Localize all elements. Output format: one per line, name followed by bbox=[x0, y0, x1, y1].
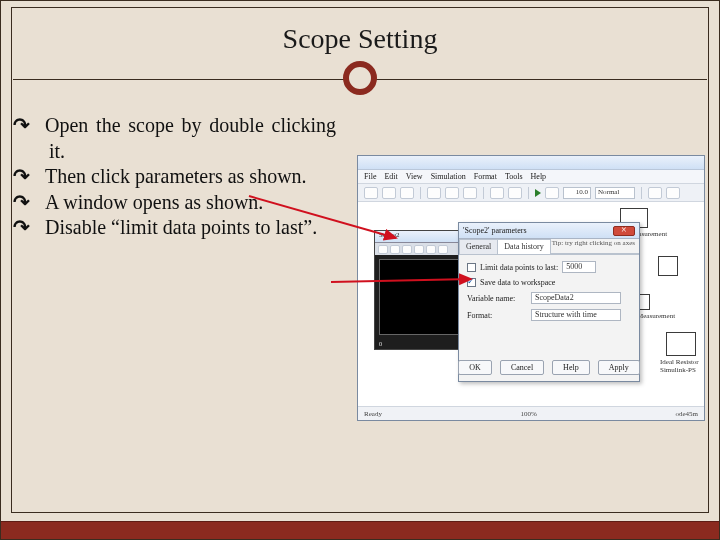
format-combo[interactable]: Structure with time bbox=[531, 309, 621, 321]
bullet-item: ↷Then click parameters as shown. bbox=[31, 164, 336, 190]
window-titlebar bbox=[358, 156, 704, 170]
cancel-button[interactable]: Cancel bbox=[500, 360, 544, 375]
dialog-title-text: 'Scope2' parameters bbox=[463, 226, 527, 235]
footer-accent bbox=[1, 521, 719, 539]
zoom-x-icon[interactable] bbox=[414, 245, 424, 254]
cut-icon[interactable] bbox=[427, 187, 441, 199]
bullet-item: ↷Disable “limit data points to last”. bbox=[31, 215, 336, 241]
menubar: File Edit View Simulation Format Tools H… bbox=[358, 170, 704, 184]
scope-title: Scope2 bbox=[375, 231, 465, 243]
bullet-item: ↷Open the scope by double clicking it. bbox=[31, 113, 336, 164]
dialog-buttons: OK Cancel Help Apply bbox=[459, 360, 639, 375]
zoom-icon[interactable] bbox=[402, 245, 412, 254]
separator bbox=[528, 187, 529, 199]
model-canvas[interactable]: Voltage Measurement Branch1 Voltage Meas… bbox=[358, 202, 704, 406]
separator bbox=[483, 187, 484, 199]
slide: Scope Setting ↷Open the scope by double … bbox=[0, 0, 720, 540]
limit-data-label: Limit data points to last: bbox=[480, 263, 558, 272]
dialog-tabs: General Data history Tip: try right clic… bbox=[459, 239, 639, 255]
lib-icon[interactable] bbox=[648, 187, 662, 199]
bullet-icon: ↷ bbox=[31, 215, 45, 241]
scope-parameters-dialog: 'Scope2' parameters General Data history… bbox=[458, 222, 640, 382]
dialog-tip: Tip: try right clicking on axes bbox=[550, 239, 639, 254]
limit-data-checkbox[interactable] bbox=[467, 263, 476, 272]
menu-item[interactable]: File bbox=[364, 172, 376, 181]
variable-name-label: Variable name: bbox=[467, 294, 527, 303]
stop-time-field[interactable]: 10.0 bbox=[563, 187, 591, 199]
menu-item[interactable]: Help bbox=[531, 172, 547, 181]
print-icon[interactable] bbox=[378, 245, 388, 254]
simulink-window: File Edit View Simulation Format Tools H… bbox=[357, 155, 705, 421]
scope-axes bbox=[379, 259, 461, 335]
ring-ornament-icon bbox=[343, 61, 377, 95]
save-workspace-checkbox[interactable] bbox=[467, 278, 476, 287]
apply-button[interactable]: Apply bbox=[598, 360, 640, 375]
menu-item[interactable]: Format bbox=[474, 172, 497, 181]
save-icon[interactable] bbox=[400, 187, 414, 199]
scope-block[interactable] bbox=[658, 256, 678, 276]
parameters-icon[interactable] bbox=[390, 245, 400, 254]
scope-window[interactable]: Scope2 0 bbox=[374, 230, 466, 350]
model-expl-icon[interactable] bbox=[666, 187, 680, 199]
format-label: Format: bbox=[467, 311, 527, 320]
menu-item[interactable]: Tools bbox=[505, 172, 523, 181]
bullet-item: ↷A window opens as shown. bbox=[31, 190, 336, 216]
bullet-icon: ↷ bbox=[31, 190, 45, 216]
bullet-list: ↷Open the scope by double clicking it. ↷… bbox=[31, 113, 336, 241]
status-solver: ode45m bbox=[675, 410, 698, 418]
scope-axis-label: 0 bbox=[379, 341, 382, 347]
paste-icon[interactable] bbox=[463, 187, 477, 199]
zoom-y-icon[interactable] bbox=[426, 245, 436, 254]
status-progress: 100% bbox=[520, 410, 536, 418]
limit-data-field[interactable]: 5000 bbox=[562, 261, 596, 273]
open-icon[interactable] bbox=[382, 187, 396, 199]
run-icon[interactable] bbox=[535, 189, 541, 197]
scope-toolbar bbox=[375, 243, 465, 255]
ideal-resistor-block[interactable] bbox=[666, 332, 696, 356]
bullet-icon: ↷ bbox=[31, 113, 45, 139]
separator bbox=[420, 187, 421, 199]
help-button[interactable]: Help bbox=[552, 360, 590, 375]
variable-name-field[interactable]: ScopeData2 bbox=[531, 292, 621, 304]
status-ready: Ready bbox=[364, 410, 382, 418]
dialog-titlebar: 'Scope2' parameters bbox=[459, 223, 639, 239]
block-label: Ideal Resistor bbox=[660, 358, 699, 366]
tab-data-history[interactable]: Data history bbox=[497, 239, 550, 254]
toolbar: 10.0 Normal bbox=[358, 184, 704, 202]
copy-icon[interactable] bbox=[445, 187, 459, 199]
bullet-icon: ↷ bbox=[31, 164, 45, 190]
save-workspace-label: Save data to workspace bbox=[480, 278, 555, 287]
separator bbox=[641, 187, 642, 199]
close-icon[interactable] bbox=[613, 226, 635, 236]
menu-item[interactable]: Simulation bbox=[431, 172, 466, 181]
autoscale-icon[interactable] bbox=[438, 245, 448, 254]
block-label: Simulink-PS bbox=[660, 366, 696, 374]
dialog-body: Limit data points to last: 5000 Save dat… bbox=[459, 255, 639, 332]
tab-general[interactable]: General bbox=[459, 239, 498, 254]
stop-icon[interactable] bbox=[545, 187, 559, 199]
statusbar: Ready 100% ode45m bbox=[358, 406, 704, 420]
ok-button[interactable]: OK bbox=[458, 360, 492, 375]
menu-item[interactable]: Edit bbox=[384, 172, 397, 181]
menu-item[interactable]: View bbox=[406, 172, 423, 181]
new-icon[interactable] bbox=[364, 187, 378, 199]
undo-icon[interactable] bbox=[490, 187, 504, 199]
sim-mode-combo[interactable]: Normal bbox=[595, 187, 635, 199]
redo-icon[interactable] bbox=[508, 187, 522, 199]
